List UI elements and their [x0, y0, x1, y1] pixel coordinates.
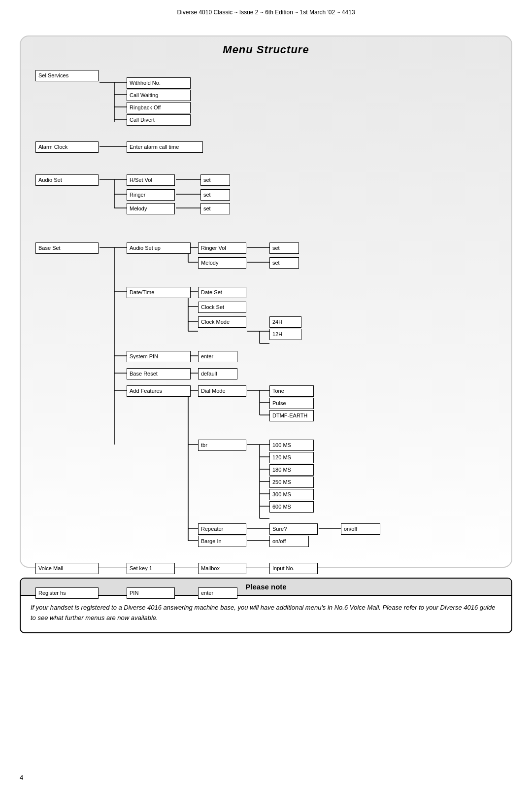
pin-node: PIN [127, 587, 175, 599]
dial-mode-node: Dial Mode [198, 385, 246, 397]
input-no-node: Input No. [269, 563, 318, 574]
set-key1-node: Set key 1 [127, 563, 175, 574]
sure-node: Sure? [269, 523, 318, 535]
tone-node: Tone [269, 385, 314, 397]
ms180-node: 180 MS [269, 464, 314, 476]
barge-in-node: Barge In [198, 536, 246, 547]
ringer-vol-node: Ringer Vol [198, 242, 246, 254]
please-note-body: If your handset is registered to a Diver… [21, 596, 511, 632]
system-pin-node: System PIN [127, 351, 191, 362]
page-header: Diverse 4010 Classic ~ Issue 2 ~ 6th Edi… [0, 0, 532, 21]
menu-structure-title: Menu Structure [21, 43, 511, 56]
ms600-node: 600 MS [269, 501, 314, 513]
hset-vol-node: H/Set Vol [127, 174, 175, 186]
call-divert-node: Call Divert [127, 114, 191, 126]
dtmf-earth-node: DTMF-EARTH [269, 410, 314, 421]
audio-set-up-node: Audio Set up [127, 242, 191, 254]
add-features-node: Add Features [127, 385, 191, 397]
mailbox-node: Mailbox [198, 563, 246, 574]
set2-node: set [200, 189, 230, 201]
melody1-node: Melody [127, 203, 175, 214]
base-set-node: Base Set [35, 242, 99, 254]
audio-set-node: Audio Set [35, 174, 99, 186]
call-waiting-node: Call Waiting [127, 90, 191, 101]
page-number: 4 [20, 774, 23, 781]
ms250-node: 250 MS [269, 477, 314, 488]
repeater-node: Repeater [198, 523, 246, 535]
melody2-node: Melody [198, 257, 246, 269]
default-node: default [198, 368, 237, 379]
header-title: Diverse 4010 Classic ~ Issue 2 ~ 6th Edi… [177, 9, 355, 16]
ms100-node: 100 MS [269, 440, 314, 451]
on-off1-node: on/off [341, 523, 380, 535]
set3-node: set [200, 203, 230, 214]
sel-services-node: Sel Services [35, 70, 99, 81]
on-off2-node: on/off [269, 536, 309, 547]
ringback-off-node: Ringback Off [127, 102, 191, 113]
clock-set-node: Clock Set [198, 302, 246, 313]
set4-node: set [269, 242, 299, 254]
set1-node: set [200, 174, 230, 186]
ms120-node: 120 MS [269, 452, 314, 463]
date-time-node: Date/Time [127, 287, 191, 298]
menu-structure-box: Menu Structure [20, 35, 512, 568]
diagram: Sel Services Withhold No. Call Waiting R… [35, 70, 508, 553]
ringer1-node: Ringer [127, 189, 175, 201]
alarm-clock-node: Alarm Clock [35, 141, 99, 153]
clock-mode-node: Clock Mode [198, 316, 246, 328]
tbr-node: tbr [198, 440, 246, 451]
voice-mail-node: Voice Mail [35, 563, 99, 574]
please-note-box: Please note If your handset is registere… [20, 578, 512, 633]
enter2-node: enter [198, 587, 237, 599]
set5-node: set [269, 257, 299, 269]
date-set-node: Date Set [198, 287, 246, 298]
ms300-node: 300 MS [269, 489, 314, 500]
h12-node: 12H [269, 329, 301, 340]
withhold-no-node: Withhold No. [127, 77, 191, 89]
enter-alarm-node: Enter alarm call time [127, 141, 203, 153]
base-reset-node: Base Reset [127, 368, 191, 379]
h24-node: 24H [269, 316, 301, 328]
enter-pin-node: enter [198, 351, 237, 362]
pulse-node: Pulse [269, 398, 314, 409]
register-hs-node: Register hs [35, 587, 99, 599]
